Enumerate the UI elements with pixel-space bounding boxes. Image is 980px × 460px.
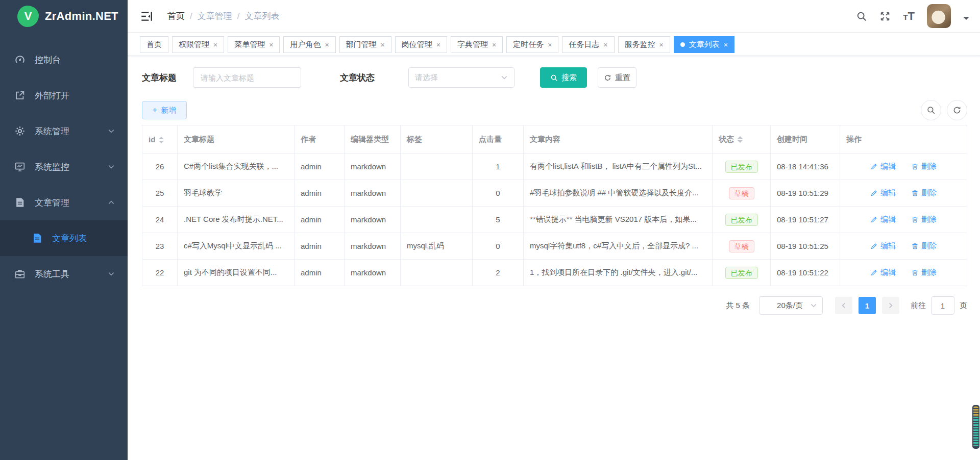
tab[interactable]: 服务监控 × xyxy=(618,36,670,53)
tab-close-icon[interactable]: × xyxy=(381,41,385,48)
status-badge: 已发布 xyxy=(725,161,758,173)
column-header-actions: 操作 xyxy=(840,125,967,154)
cell-created-time: 08-19 10:51:22 xyxy=(771,260,840,286)
article-status-select[interactable]: 请选择 xyxy=(408,67,514,88)
page-size-select[interactable]: 20条/页 xyxy=(759,296,823,315)
tab[interactable]: 首页 xyxy=(140,36,168,53)
cell-status: 已发布 xyxy=(713,260,771,286)
tab-close-icon[interactable]: × xyxy=(724,41,728,48)
article-status-label: 文章状态 xyxy=(340,72,391,84)
sidebar-item-article-list[interactable]: 文章列表 xyxy=(0,220,128,256)
article-title-label: 文章标题 xyxy=(142,72,193,84)
cell-clicks: 0 xyxy=(473,180,524,207)
breadcrumb-article-management[interactable]: 文章管理 xyxy=(198,10,232,22)
sidebar-item-article-management[interactable]: 文章管理 xyxy=(0,185,128,220)
tab[interactable]: 任务日志 × xyxy=(562,36,614,53)
refresh-icon[interactable] xyxy=(947,100,967,120)
add-button-label: 新增 xyxy=(161,106,176,115)
tab[interactable]: 字典管理 × xyxy=(451,36,503,53)
sidebar-item-system-monitor[interactable]: 系统监控 xyxy=(0,149,128,185)
sidebar-item-system-management[interactable]: 系统管理 xyxy=(0,113,128,149)
gear-icon xyxy=(14,125,26,137)
chevron-down-icon xyxy=(810,302,817,309)
column-header-id[interactable]: id xyxy=(142,125,178,154)
goto-page-input[interactable] xyxy=(931,296,954,315)
status-badge: 已发布 xyxy=(725,267,758,279)
breadcrumb-separator: / xyxy=(190,11,192,21)
sidebar: V ZrAdmin.NET 控制台 外部打开 系统管理 系统监控 xyxy=(0,0,128,460)
dashboard-icon xyxy=(14,54,26,65)
table-row: 24 .NET Core 发布时提示.NET... admin markdown… xyxy=(142,207,967,233)
user-avatar[interactable] xyxy=(927,4,951,28)
edit-button[interactable]: 编辑 xyxy=(870,268,896,277)
font-size-icon[interactable]: TT xyxy=(903,10,915,23)
article-title-input[interactable] xyxy=(193,67,301,88)
delete-button[interactable]: 删除 xyxy=(911,188,937,198)
chevron-down-icon xyxy=(108,270,115,277)
edit-button[interactable]: 编辑 xyxy=(870,162,896,171)
tab-label: 菜单管理 xyxy=(234,40,265,49)
edit-button[interactable]: 编辑 xyxy=(870,241,896,251)
edit-button[interactable]: 编辑 xyxy=(870,188,896,198)
cell-title: c#写入Mysql中文显示乱码 ... xyxy=(178,233,295,260)
delete-button[interactable]: 删除 xyxy=(911,162,937,171)
user-menu-caret-icon[interactable] xyxy=(963,17,969,23)
prev-page-button[interactable] xyxy=(835,297,852,314)
reset-button[interactable]: 重置 xyxy=(598,67,636,88)
fullscreen-icon[interactable] xyxy=(879,11,891,22)
tab-close-icon[interactable]: × xyxy=(492,41,496,48)
delete-button[interactable]: 删除 xyxy=(911,241,937,251)
tab-label: 首页 xyxy=(146,40,162,49)
column-header-status[interactable]: 状态 xyxy=(713,125,771,154)
tab[interactable]: 菜单管理 × xyxy=(228,36,280,53)
tab-close-icon[interactable]: × xyxy=(325,41,329,48)
tab[interactable]: 定时任务 × xyxy=(506,36,558,53)
column-header-content: 文章内容 xyxy=(524,125,713,154)
breadcrumb-home[interactable]: 首页 xyxy=(167,10,185,22)
sidebar-fold-icon[interactable] xyxy=(140,10,153,23)
tab-close-icon[interactable]: × xyxy=(213,41,217,48)
sort-caret-icon[interactable] xyxy=(738,136,743,143)
tab[interactable]: 岗位管理 × xyxy=(395,36,447,53)
tab-close-icon[interactable]: × xyxy=(269,41,273,48)
next-page-button[interactable] xyxy=(882,297,899,314)
sidebar-item-dashboard[interactable]: 控制台 xyxy=(0,42,128,78)
tab[interactable]: 用户角色 × xyxy=(283,36,335,53)
topbar-actions: TT xyxy=(856,4,969,28)
sidebar-item-label: 系统管理 xyxy=(35,125,108,137)
sidebar-item-system-tools[interactable]: 系统工具 xyxy=(0,256,128,292)
tab[interactable]: 文章列表 × xyxy=(674,36,734,53)
cell-actions: 编辑 删除 xyxy=(840,260,967,286)
delete-button[interactable]: 删除 xyxy=(911,215,937,224)
search-button[interactable]: 搜索 xyxy=(540,67,587,88)
sidebar-item-external-open[interactable]: 外部打开 xyxy=(0,78,128,113)
show-search-icon[interactable] xyxy=(921,100,941,120)
tab-close-icon[interactable]: × xyxy=(659,41,664,48)
tab-close-icon[interactable]: × xyxy=(603,41,607,48)
cell-created-time: 08-19 10:51:29 xyxy=(771,180,840,207)
delete-button[interactable]: 删除 xyxy=(911,268,937,277)
cell-status: 已发布 xyxy=(713,207,771,233)
cell-actions: 编辑 删除 xyxy=(840,207,967,233)
search-icon[interactable] xyxy=(856,11,867,22)
monitor-icon xyxy=(14,161,26,172)
tab[interactable]: 权限管理 × xyxy=(172,36,224,53)
cell-title: .NET Core 发布时提示.NET... xyxy=(178,207,295,233)
tab[interactable]: 部门管理 × xyxy=(339,36,391,53)
sidebar-item-label: 控制台 xyxy=(35,54,115,66)
tab-close-icon[interactable]: × xyxy=(436,41,440,48)
sort-caret-icon[interactable] xyxy=(159,137,164,143)
status-badge: 草稿 xyxy=(729,187,754,199)
document-icon xyxy=(32,233,43,244)
page-content: 文章标题 文章状态 请选择 搜索 重置 + 新增 xyxy=(128,56,980,460)
page-number-button[interactable]: 1 xyxy=(859,297,876,314)
app-logo[interactable]: V ZrAdmin.NET xyxy=(0,0,128,33)
cell-id: 23 xyxy=(142,233,178,260)
cell-title: git 为不同的项目设置不同... xyxy=(178,260,295,286)
cell-content: **错误提示** 当电脑更新 VS2017 版本后，如果... xyxy=(524,207,713,233)
edit-button[interactable]: 编辑 xyxy=(870,215,896,224)
tab-close-icon[interactable]: × xyxy=(548,41,552,48)
top-bar: 首页 / 文章管理 / 文章列表 TT xyxy=(128,0,980,33)
tab-label: 用户角色 xyxy=(290,40,321,49)
add-button[interactable]: + 新增 xyxy=(142,101,187,119)
